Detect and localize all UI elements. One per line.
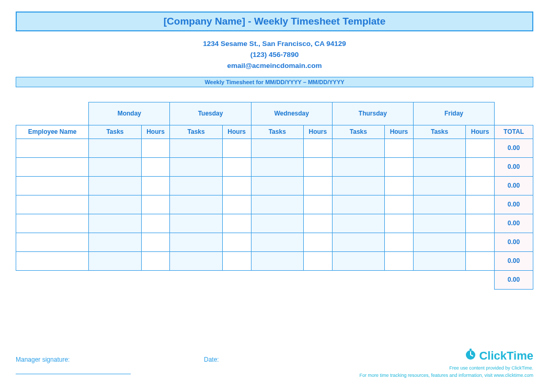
hours-cell[interactable]: [466, 251, 495, 270]
employee-cell[interactable]: [16, 214, 89, 233]
hours-cell[interactable]: [141, 251, 170, 270]
hours-cell[interactable]: [303, 214, 332, 233]
branding-line1: Free use content provided by ClickTime.: [359, 365, 533, 371]
task-cell[interactable]: [332, 233, 384, 251]
employee-cell[interactable]: [16, 176, 89, 195]
hours-cell[interactable]: [222, 157, 251, 176]
task-cell[interactable]: [413, 251, 465, 270]
clicktime-logo: ClickTime: [359, 348, 533, 364]
task-cell[interactable]: [89, 157, 141, 176]
task-cell[interactable]: [332, 214, 384, 233]
employee-cell[interactable]: [16, 157, 89, 176]
row-total-cell: 0.00: [495, 157, 533, 176]
task-cell[interactable]: [89, 195, 141, 214]
hours-cell[interactable]: [466, 139, 495, 157]
task-cell[interactable]: [170, 139, 222, 157]
hours-cell[interactable]: [303, 157, 332, 176]
employee-cell[interactable]: [16, 251, 89, 270]
task-cell[interactable]: [332, 195, 384, 214]
task-cell[interactable]: [413, 195, 465, 214]
day-header-friday: Friday: [413, 102, 494, 125]
hours-cell[interactable]: [466, 214, 495, 233]
task-cell[interactable]: [170, 233, 222, 251]
signature-line[interactable]: [16, 374, 131, 374]
hours-cell[interactable]: [222, 139, 251, 157]
hours-cell[interactable]: [385, 176, 414, 195]
hours-cell[interactable]: [385, 233, 414, 251]
task-cell[interactable]: [413, 157, 465, 176]
task-cell[interactable]: [89, 251, 141, 270]
task-cell[interactable]: [251, 195, 303, 214]
task-cell[interactable]: [332, 251, 384, 270]
row-total-cell: 0.00: [495, 214, 533, 233]
hours-cell[interactable]: [141, 176, 170, 195]
hours-cell[interactable]: [141, 233, 170, 251]
task-cell[interactable]: [170, 157, 222, 176]
hours-cell[interactable]: [141, 139, 170, 157]
task-cell[interactable]: [332, 176, 384, 195]
task-cell[interactable]: [332, 157, 384, 176]
task-cell[interactable]: [251, 233, 303, 251]
task-cell[interactable]: [89, 233, 141, 251]
task-cell[interactable]: [413, 176, 465, 195]
hours-header: Hours: [222, 125, 251, 139]
stopwatch-icon: [464, 348, 477, 364]
blank-footer: [16, 270, 495, 289]
hours-cell[interactable]: [303, 251, 332, 270]
branding-block: ClickTime Free use content provided by C…: [359, 348, 533, 378]
hours-cell[interactable]: [303, 233, 332, 251]
document-title: [Company Name] - Weekly Timesheet Templa…: [16, 11, 533, 31]
hours-cell[interactable]: [466, 195, 495, 214]
table-row: 0.00: [16, 139, 533, 157]
task-cell[interactable]: [251, 157, 303, 176]
hours-cell[interactable]: [466, 157, 495, 176]
table-row: 0.00: [16, 195, 533, 214]
hours-cell[interactable]: [385, 139, 414, 157]
day-header-thursday: Thursday: [332, 102, 413, 125]
employee-cell[interactable]: [16, 139, 89, 157]
hours-cell[interactable]: [303, 176, 332, 195]
task-cell[interactable]: [170, 251, 222, 270]
employee-header: Employee Name: [16, 125, 89, 139]
hours-cell[interactable]: [141, 214, 170, 233]
table-row: 0.00: [16, 214, 533, 233]
hours-cell[interactable]: [385, 214, 414, 233]
hours-cell[interactable]: [385, 195, 414, 214]
company-address: 1234 Sesame St., San Francisco, CA 94129: [16, 39, 533, 50]
task-cell[interactable]: [170, 214, 222, 233]
task-cell[interactable]: [251, 176, 303, 195]
company-email: email@acmeincdomain.com: [16, 61, 533, 72]
hours-cell[interactable]: [222, 233, 251, 251]
hours-cell[interactable]: [466, 233, 495, 251]
tasks-header: Tasks: [413, 125, 465, 139]
hours-cell[interactable]: [466, 176, 495, 195]
task-cell[interactable]: [89, 139, 141, 157]
employee-cell[interactable]: [16, 233, 89, 251]
hours-cell[interactable]: [141, 157, 170, 176]
task-cell[interactable]: [332, 139, 384, 157]
row-total-cell: 0.00: [495, 251, 533, 270]
task-cell[interactable]: [413, 139, 465, 157]
hours-cell[interactable]: [303, 139, 332, 157]
task-cell[interactable]: [251, 214, 303, 233]
hours-header: Hours: [141, 125, 170, 139]
hours-cell[interactable]: [141, 195, 170, 214]
hours-cell[interactable]: [222, 176, 251, 195]
task-cell[interactable]: [251, 139, 303, 157]
task-cell[interactable]: [89, 214, 141, 233]
hours-cell[interactable]: [222, 214, 251, 233]
task-cell[interactable]: [170, 176, 222, 195]
task-cell[interactable]: [413, 233, 465, 251]
employee-cell[interactable]: [16, 195, 89, 214]
signature-row: Manager signature: Date:: [16, 356, 219, 374]
hours-cell[interactable]: [222, 195, 251, 214]
svg-rect-1: [470, 349, 472, 350]
hours-cell[interactable]: [222, 251, 251, 270]
task-cell[interactable]: [89, 176, 141, 195]
hours-cell[interactable]: [385, 157, 414, 176]
task-cell[interactable]: [170, 195, 222, 214]
task-cell[interactable]: [251, 251, 303, 270]
task-cell[interactable]: [413, 214, 465, 233]
hours-cell[interactable]: [303, 195, 332, 214]
hours-cell[interactable]: [385, 251, 414, 270]
